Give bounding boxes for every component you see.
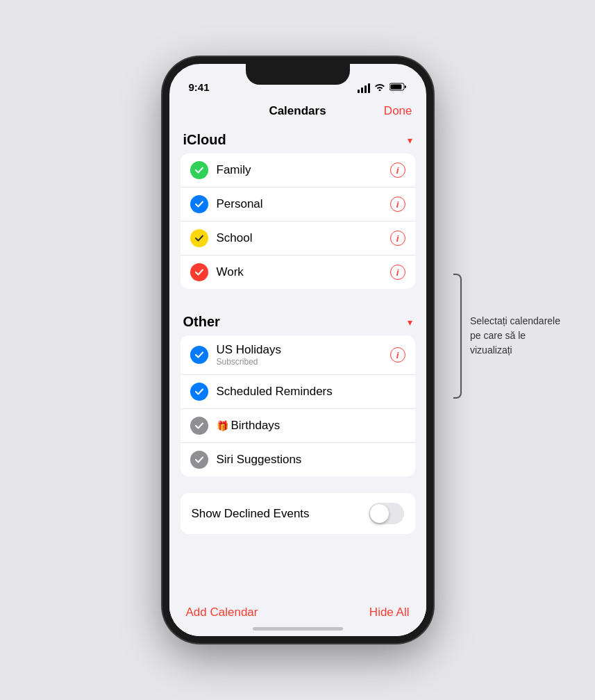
calendar-row-work[interactable]: Work i bbox=[181, 256, 415, 289]
notch bbox=[246, 64, 350, 85]
check-icon-scheduled-reminders bbox=[190, 383, 208, 401]
calendar-row-school[interactable]: School i bbox=[181, 222, 415, 256]
done-button[interactable]: Done bbox=[384, 104, 412, 118]
check-icon-us-holidays bbox=[190, 346, 208, 364]
check-icon-family bbox=[190, 161, 208, 179]
check-icon-work bbox=[190, 263, 208, 281]
other-section-header[interactable]: Other ▾ bbox=[181, 306, 415, 335]
icloud-calendar-list: Family i Personal i bbox=[181, 153, 415, 289]
info-btn-school[interactable]: i bbox=[390, 231, 405, 246]
status-icons bbox=[358, 83, 407, 93]
wifi-icon bbox=[374, 83, 385, 93]
other-section-title: Other bbox=[183, 314, 220, 330]
icloud-chevron-icon[interactable]: ▾ bbox=[408, 135, 412, 146]
check-icon-birthdays bbox=[190, 417, 208, 435]
callout-bracket bbox=[453, 274, 462, 399]
check-icon-siri-suggestions bbox=[190, 451, 208, 469]
us-holidays-text: US Holidays Subscribed bbox=[217, 343, 390, 367]
info-btn-family[interactable]: i bbox=[390, 162, 405, 178]
check-icon-school bbox=[190, 229, 208, 247]
calendar-row-personal[interactable]: Personal i bbox=[181, 188, 415, 222]
calendar-row-scheduled-reminders[interactable]: Scheduled Reminders bbox=[181, 375, 415, 409]
calendar-name-school: School bbox=[217, 231, 390, 245]
callout-text: Selectați calendarele pe care să le vizu… bbox=[470, 314, 567, 358]
icloud-section-title: iCloud bbox=[183, 132, 226, 148]
calendar-name-work: Work bbox=[217, 265, 390, 279]
calendar-name-scheduled-reminders: Scheduled Reminders bbox=[217, 385, 405, 399]
info-btn-us-holidays[interactable]: i bbox=[390, 347, 405, 362]
toggle-thumb bbox=[370, 504, 389, 523]
calendar-name-birthdays: 🎁Birthdays bbox=[217, 419, 405, 433]
nav-title: Calendars bbox=[269, 104, 326, 118]
battery-icon bbox=[389, 83, 407, 93]
status-time: 9:41 bbox=[189, 81, 210, 93]
show-declined-toggle[interactable] bbox=[369, 503, 404, 524]
home-indicator bbox=[253, 627, 343, 631]
calendar-row-us-holidays[interactable]: US Holidays Subscribed i bbox=[181, 335, 415, 375]
svg-rect-1 bbox=[390, 85, 401, 90]
show-declined-label: Show Declined Events bbox=[192, 507, 310, 521]
other-calendar-list: US Holidays Subscribed i Scheduled Remin… bbox=[181, 335, 415, 476]
callout-annotation: Selectați calendarele pe care să le vizu… bbox=[453, 274, 567, 399]
signal-bars-icon bbox=[358, 83, 370, 93]
check-icon-personal bbox=[190, 195, 208, 213]
nav-bar: Calendars Done bbox=[169, 97, 426, 124]
calendar-name-family: Family bbox=[217, 163, 390, 177]
other-section: Other ▾ US Holidays Subscribed i bbox=[181, 306, 415, 476]
show-declined-row: Show Declined Events bbox=[181, 493, 415, 534]
calendar-name-personal: Personal bbox=[217, 197, 390, 211]
phone-frame: 9:41 C bbox=[162, 57, 433, 643]
content-scroll[interactable]: iCloud ▾ Family i bbox=[169, 124, 426, 597]
gift-icon: 🎁 bbox=[217, 420, 228, 431]
icloud-section: iCloud ▾ Family i bbox=[181, 124, 415, 289]
other-chevron-icon[interactable]: ▾ bbox=[408, 317, 412, 328]
calendar-name-us-holidays: US Holidays bbox=[217, 343, 390, 357]
screen: Calendars Done iCloud ▾ Family bbox=[169, 97, 426, 636]
add-calendar-button[interactable]: Add Calendar bbox=[186, 606, 258, 619]
info-btn-personal[interactable]: i bbox=[390, 197, 405, 212]
calendar-row-birthdays[interactable]: 🎁Birthdays bbox=[181, 409, 415, 443]
calendar-row-family[interactable]: Family i bbox=[181, 153, 415, 188]
icloud-section-header[interactable]: iCloud ▾ bbox=[181, 124, 415, 153]
calendar-sub-us-holidays: Subscribed bbox=[217, 357, 390, 367]
calendar-name-siri-suggestions: Siri Suggestions bbox=[217, 453, 405, 467]
hide-all-button[interactable]: Hide All bbox=[369, 606, 410, 619]
calendar-row-siri-suggestions[interactable]: Siri Suggestions bbox=[181, 443, 415, 476]
info-btn-work[interactable]: i bbox=[390, 265, 405, 280]
